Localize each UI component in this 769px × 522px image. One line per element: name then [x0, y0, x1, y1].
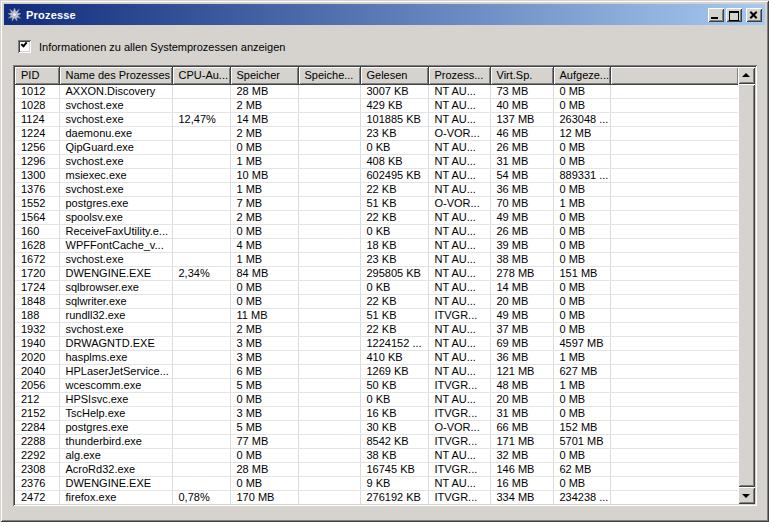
- cell-gelesen[interactable]: 22 KB: [360, 322, 428, 336]
- table-row[interactable]: 1300msiexec.exe10 MB602495 KBNT AU...54 …: [15, 168, 738, 182]
- cell-virt-sp[interactable]: 137 MB: [490, 112, 553, 126]
- cell-cpu[interactable]: [172, 294, 230, 308]
- cell-speicher[interactable]: 2 MB: [230, 126, 298, 140]
- cell-prozess[interactable]: O-VOR...: [428, 196, 490, 210]
- cell-virt-sp[interactable]: 31 MB: [490, 154, 553, 168]
- cell-virt-sp[interactable]: 38 MB: [490, 252, 553, 266]
- column-header-aufgezeichnet[interactable]: Aufgeze...: [553, 67, 610, 84]
- cell-virt-sp[interactable]: 31 MB: [490, 406, 553, 420]
- cell-cpu[interactable]: [172, 378, 230, 392]
- cell-prozess[interactable]: NT AU...: [428, 224, 490, 238]
- cell-name[interactable]: svchost.exe: [59, 252, 172, 266]
- cell-aufgezeichnet[interactable]: 0 MB: [553, 406, 610, 420]
- cell-aufgezeichnet[interactable]: 1 MB: [553, 350, 610, 364]
- cell-cpu[interactable]: [172, 224, 230, 238]
- cell-speicher[interactable]: 6 MB: [230, 364, 298, 378]
- cell-speicher2[interactable]: [298, 322, 360, 336]
- cell-cpu[interactable]: [172, 392, 230, 406]
- table-row[interactable]: 2376DWENGINE.EXE0 MB9 KBNT AU...16 MB0 M…: [15, 476, 738, 490]
- cell-cpu[interactable]: [172, 420, 230, 434]
- cell-cpu[interactable]: [172, 350, 230, 364]
- cell-pid[interactable]: 2308: [15, 462, 59, 476]
- cell-prozess[interactable]: O-VOR...: [428, 126, 490, 140]
- cell-virt-sp[interactable]: 66 MB: [490, 420, 553, 434]
- cell-speicher2[interactable]: [298, 154, 360, 168]
- cell-speicher[interactable]: 77 MB: [230, 434, 298, 448]
- cell-virt-sp[interactable]: 16 MB: [490, 476, 553, 490]
- cell-filler[interactable]: [610, 308, 738, 322]
- cell-prozess[interactable]: NT AU...: [428, 84, 490, 98]
- cell-aufgezeichnet[interactable]: 0 MB: [553, 392, 610, 406]
- cell-cpu[interactable]: 2,34%: [172, 266, 230, 280]
- column-header-pid[interactable]: PID: [15, 67, 59, 84]
- cell-prozess[interactable]: NT AU...: [428, 448, 490, 462]
- cell-name[interactable]: wcescomm.exe: [59, 378, 172, 392]
- cell-gelesen[interactable]: 0 KB: [360, 392, 428, 406]
- cell-aufgezeichnet[interactable]: 627 MB: [553, 364, 610, 378]
- cell-prozess[interactable]: ITVGR...: [428, 406, 490, 420]
- cell-pid[interactable]: 2292: [15, 448, 59, 462]
- column-header-cpu[interactable]: CPU-Au...: [172, 67, 230, 84]
- cell-speicher[interactable]: 1 MB: [230, 154, 298, 168]
- cell-cpu[interactable]: [172, 308, 230, 322]
- table-row[interactable]: 1028svchost.exe2 MB429 KBNT AU...40 MB0 …: [15, 98, 738, 112]
- cell-pid[interactable]: 1256: [15, 140, 59, 154]
- cell-gelesen[interactable]: 3007 KB: [360, 84, 428, 98]
- cell-gelesen[interactable]: 602495 KB: [360, 168, 428, 182]
- cell-prozess[interactable]: NT AU...: [428, 210, 490, 224]
- cell-name[interactable]: daemonu.exe: [59, 126, 172, 140]
- cell-speicher[interactable]: 3 MB: [230, 406, 298, 420]
- cell-speicher[interactable]: 5 MB: [230, 420, 298, 434]
- cell-name[interactable]: alg.exe: [59, 448, 172, 462]
- cell-virt-sp[interactable]: 37 MB: [490, 322, 553, 336]
- cell-aufgezeichnet[interactable]: 0 MB: [553, 448, 610, 462]
- cell-prozess[interactable]: NT AU...: [428, 252, 490, 266]
- cell-speicher2[interactable]: [298, 364, 360, 378]
- cell-filler[interactable]: [610, 294, 738, 308]
- cell-gelesen[interactable]: 22 KB: [360, 210, 428, 224]
- column-header-prozess[interactable]: Prozess...: [428, 67, 490, 84]
- cell-speicher[interactable]: 2 MB: [230, 98, 298, 112]
- cell-prozess[interactable]: NT AU...: [428, 392, 490, 406]
- cell-cpu[interactable]: [172, 238, 230, 252]
- cell-aufgezeichnet[interactable]: 263048 ...: [553, 112, 610, 126]
- cell-gelesen[interactable]: 0 KB: [360, 140, 428, 154]
- cell-speicher[interactable]: 0 MB: [230, 294, 298, 308]
- cell-speicher2[interactable]: [298, 266, 360, 280]
- cell-gelesen[interactable]: 295805 KB: [360, 266, 428, 280]
- cell-filler[interactable]: [610, 154, 738, 168]
- cell-cpu[interactable]: [172, 210, 230, 224]
- cell-gelesen[interactable]: 16745 KB: [360, 462, 428, 476]
- cell-filler[interactable]: [610, 168, 738, 182]
- cell-gelesen[interactable]: 0 KB: [360, 224, 428, 238]
- cell-aufgezeichnet[interactable]: 0 MB: [553, 98, 610, 112]
- cell-pid[interactable]: 1720: [15, 266, 59, 280]
- cell-aufgezeichnet[interactable]: 0 MB: [553, 224, 610, 238]
- cell-gelesen[interactable]: 408 KB: [360, 154, 428, 168]
- cell-gelesen[interactable]: 101885 KB: [360, 112, 428, 126]
- cell-aufgezeichnet[interactable]: 0 MB: [553, 140, 610, 154]
- cell-cpu[interactable]: [172, 98, 230, 112]
- cell-prozess[interactable]: ITVGR...: [428, 308, 490, 322]
- cell-prozess[interactable]: ITVGR...: [428, 462, 490, 476]
- column-header-speicher[interactable]: Speicher: [230, 67, 298, 84]
- cell-speicher[interactable]: 2 MB: [230, 210, 298, 224]
- cell-prozess[interactable]: NT AU...: [428, 476, 490, 490]
- maximize-button[interactable]: [726, 8, 742, 22]
- table-row[interactable]: 1724sqlbrowser.exe0 MB0 KBNT AU...14 MB0…: [15, 280, 738, 294]
- cell-gelesen[interactable]: 38 KB: [360, 448, 428, 462]
- cell-prozess[interactable]: NT AU...: [428, 154, 490, 168]
- table-row[interactable]: 1720DWENGINE.EXE2,34%84 MB295805 KBNT AU…: [15, 266, 738, 280]
- cell-pid[interactable]: 1012: [15, 84, 59, 98]
- cell-speicher2[interactable]: [298, 434, 360, 448]
- table-row[interactable]: 1672svchost.exe1 MB23 KBNT AU...38 MB0 M…: [15, 252, 738, 266]
- cell-name[interactable]: rundll32.exe: [59, 308, 172, 322]
- cell-name[interactable]: sqlbrowser.exe: [59, 280, 172, 294]
- cell-virt-sp[interactable]: 46 MB: [490, 126, 553, 140]
- cell-speicher[interactable]: 28 MB: [230, 84, 298, 98]
- table-row[interactable]: 2308AcroRd32.exe28 MB16745 KBITVGR...146…: [15, 462, 738, 476]
- cell-prozess[interactable]: NT AU...: [428, 112, 490, 126]
- cell-filler[interactable]: [610, 84, 738, 98]
- cell-cpu[interactable]: [172, 126, 230, 140]
- cell-aufgezeichnet[interactable]: 889331 ...: [553, 168, 610, 182]
